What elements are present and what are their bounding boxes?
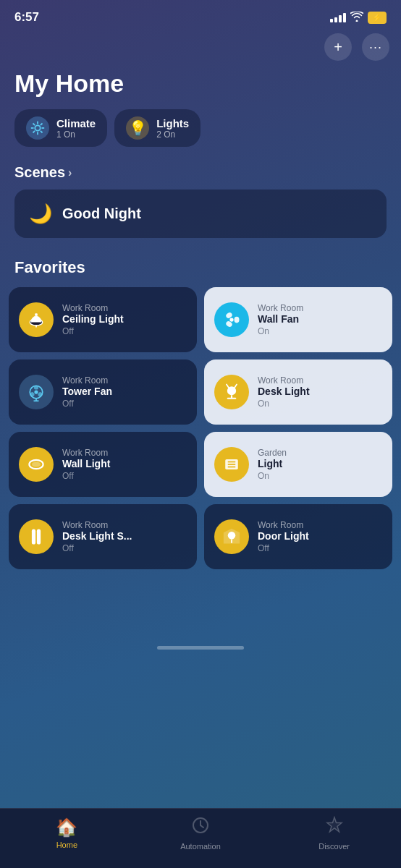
fav-tower-fan[interactable]: Work Room Tower Fan Off bbox=[9, 359, 197, 425]
nav-discover[interactable]: Discover bbox=[309, 816, 360, 851]
fav-garden-light[interactable]: Garden Light On bbox=[204, 432, 392, 497]
favorites-grid: Work Room Ceiling Light Off Work Room Wa… bbox=[0, 287, 401, 584]
lights-label: Lights bbox=[156, 117, 189, 129]
svg-point-18 bbox=[34, 386, 38, 389]
fav-door-light[interactable]: Work Room Door Light Off bbox=[204, 504, 392, 569]
automation-icon bbox=[191, 816, 210, 839]
climate-text: Climate 1 On bbox=[56, 117, 96, 140]
svg-line-7 bbox=[41, 123, 43, 125]
tower-fan-icon bbox=[19, 375, 54, 409]
page-title: My Home bbox=[0, 67, 401, 109]
good-night-icon: 🌙 bbox=[29, 203, 52, 225]
climate-icon bbox=[26, 116, 49, 140]
svg-point-12 bbox=[229, 318, 233, 321]
svg-line-5 bbox=[33, 123, 35, 125]
garden-light-text: Garden Light On bbox=[258, 448, 287, 482]
wall-light-text: Work Room Wall Light Off bbox=[62, 448, 110, 482]
desk-light-switch-text: Work Room Desk Light S... Off bbox=[62, 520, 132, 554]
summary-pills: Climate 1 On 💡 Lights 2 On bbox=[0, 109, 401, 164]
desk-light-icon bbox=[214, 375, 249, 409]
garden-light-icon bbox=[214, 447, 249, 482]
signal-icon bbox=[330, 13, 346, 22]
tower-fan-text: Work Room Tower Fan Off bbox=[62, 375, 112, 409]
lights-pill[interactable]: 💡 Lights 2 On bbox=[114, 109, 200, 147]
climate-sub: 1 On bbox=[56, 129, 96, 140]
climate-pill[interactable]: Climate 1 On bbox=[14, 109, 107, 147]
svg-point-0 bbox=[35, 125, 40, 130]
svg-point-27 bbox=[32, 462, 41, 467]
ceiling-light-icon bbox=[19, 302, 54, 337]
lights-text: Lights 2 On bbox=[156, 117, 189, 140]
desk-light-text: Work Room Desk Light On bbox=[258, 375, 310, 409]
ceiling-light-text: Work Room Ceiling Light Off bbox=[62, 303, 124, 337]
home-indicator bbox=[157, 646, 244, 650]
door-light-icon bbox=[214, 519, 249, 554]
wall-fan-icon bbox=[214, 302, 249, 337]
status-bar: 6:57 ⚡ bbox=[0, 0, 401, 30]
svg-marker-37 bbox=[327, 817, 342, 832]
lights-icon: 💡 bbox=[126, 116, 149, 140]
top-actions: + ··· bbox=[0, 30, 401, 67]
good-night-scene[interactable]: 🌙 Good Night bbox=[14, 190, 387, 238]
svg-line-6 bbox=[41, 131, 43, 133]
add-button[interactable]: + bbox=[324, 33, 352, 61]
status-icons: ⚡ bbox=[330, 12, 387, 24]
svg-rect-10 bbox=[35, 313, 38, 316]
svg-rect-32 bbox=[32, 529, 35, 545]
wifi-icon bbox=[350, 12, 363, 24]
status-time: 6:57 bbox=[14, 10, 39, 25]
svg-rect-33 bbox=[37, 529, 41, 545]
fav-desk-light[interactable]: Work Room Desk Light On bbox=[204, 359, 392, 425]
svg-point-17 bbox=[34, 390, 38, 393]
nav-automation[interactable]: Automation bbox=[175, 816, 226, 851]
nav-home[interactable]: 🏠 Home bbox=[41, 817, 92, 849]
wall-fan-text: Work Room Wall Fan On bbox=[258, 303, 303, 337]
scenes-header[interactable]: Scenes › bbox=[0, 164, 401, 190]
lights-sub: 2 On bbox=[156, 129, 189, 140]
good-night-label: Good Night bbox=[62, 205, 141, 222]
fav-ceiling-light[interactable]: Work Room Ceiling Light Off bbox=[9, 287, 197, 352]
wall-light-icon bbox=[19, 447, 54, 482]
svg-line-8 bbox=[33, 131, 35, 133]
more-button[interactable]: ··· bbox=[362, 33, 389, 61]
svg-point-34 bbox=[228, 532, 236, 540]
svg-point-14 bbox=[235, 317, 240, 323]
favorites-title: Favorites bbox=[0, 258, 401, 287]
fav-wall-fan[interactable]: Work Room Wall Fan On bbox=[204, 287, 392, 352]
scenes-title: Scenes bbox=[14, 164, 65, 181]
fav-desk-light-switch[interactable]: Work Room Desk Light S... Off bbox=[9, 504, 197, 569]
fav-wall-light[interactable]: Work Room Wall Light Off bbox=[9, 432, 197, 497]
scenes-chevron: › bbox=[68, 166, 72, 179]
desk-light-switch-icon bbox=[19, 519, 54, 554]
bottom-nav: 🏠 Home Automation Discover bbox=[0, 808, 401, 868]
door-light-text: Work Room Door Light Off bbox=[258, 520, 309, 554]
climate-label: Climate bbox=[56, 117, 96, 129]
discover-icon bbox=[325, 816, 344, 839]
battery-icon: ⚡ bbox=[368, 12, 387, 24]
home-icon: 🏠 bbox=[56, 817, 77, 838]
